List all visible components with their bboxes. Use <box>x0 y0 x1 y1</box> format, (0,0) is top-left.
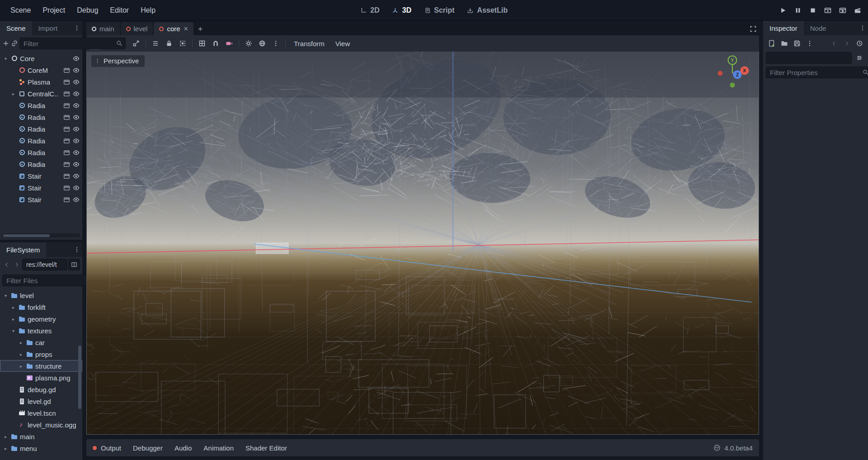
menu-debug[interactable]: Debug <box>71 0 104 21</box>
group-icon[interactable] <box>176 38 189 50</box>
visibility-eye-icon[interactable] <box>73 185 80 191</box>
scene-tree-row[interactable]: Radia <box>0 147 82 158</box>
scrollbar-thumb[interactable] <box>3 234 50 237</box>
visibility-eye-icon[interactable] <box>73 79 80 85</box>
file-tree-row[interactable]: level_music.ogg <box>0 419 82 431</box>
view-menu[interactable]: View <box>330 40 355 47</box>
visibility-eye-icon[interactable] <box>73 149 80 156</box>
load-resource-icon[interactable] <box>778 38 790 49</box>
scene-horizontal-scrollbar[interactable] <box>2 233 80 237</box>
file-tree-row[interactable]: textures <box>0 325 82 337</box>
switch-3d[interactable]: 3D <box>386 0 418 20</box>
dock-menu-icon[interactable] <box>857 23 868 33</box>
menu-project[interactable]: Project <box>37 0 71 21</box>
visibility-eye-icon[interactable] <box>73 55 80 62</box>
camera-preview-icon[interactable] <box>223 38 236 50</box>
save-resource-icon[interactable] <box>791 38 803 49</box>
menu-editor[interactable]: Editor <box>104 0 135 21</box>
visibility-eye-icon[interactable] <box>73 102 80 109</box>
resource-options-icon[interactable] <box>804 38 816 49</box>
open-scene-icon[interactable] <box>63 138 70 144</box>
open-scene-icon[interactable] <box>63 185 70 191</box>
perspective-menu[interactable]: Perspective <box>91 55 145 67</box>
3d-viewport-canvas[interactable] <box>87 52 759 434</box>
scene-tab-main[interactable]: main <box>86 22 120 35</box>
scene-tree-row[interactable]: Stair <box>0 170 82 182</box>
scene-tree-row[interactable]: Stair <box>0 194 82 205</box>
open-scene-icon[interactable] <box>63 196 70 203</box>
new-resource-icon[interactable] <box>766 38 778 49</box>
history-icon[interactable] <box>854 38 865 49</box>
path-field[interactable] <box>22 259 67 270</box>
visibility-eye-icon[interactable] <box>73 138 80 144</box>
scene-tab-level[interactable]: level <box>121 22 153 35</box>
visibility-eye-icon[interactable] <box>73 173 80 180</box>
dock-menu-icon[interactable] <box>71 244 82 255</box>
tab-inspector[interactable]: Inspector <box>763 21 804 35</box>
menu-scene[interactable]: Scene <box>5 0 37 21</box>
scene-filter-input[interactable] <box>19 38 126 49</box>
pause-button[interactable] <box>791 4 805 17</box>
scene-tree-row[interactable]: Plasma <box>0 76 82 88</box>
file-tree-row[interactable]: geometry <box>0 313 82 325</box>
expand-arrow[interactable] <box>3 293 9 298</box>
scene-tree-row[interactable]: Radia <box>0 135 82 147</box>
file-tree-row[interactable]: forklift <box>0 301 82 313</box>
bottom-tab-output[interactable]: Output <box>93 444 121 452</box>
instance-scene-button[interactable] <box>11 38 18 49</box>
nav-back-icon[interactable] <box>2 259 11 270</box>
expand-arrow[interactable] <box>10 91 16 96</box>
bottom-tab-shader-editor[interactable]: Shader Editor <box>245 444 287 452</box>
file-tree-row[interactable]: main <box>0 431 82 442</box>
switch-assetlib[interactable]: AssetLib <box>461 0 514 20</box>
3d-viewport[interactable]: Perspective X Z Y <box>86 52 759 435</box>
file-tree-row[interactable]: debug.gd <box>0 384 82 395</box>
expand-arrow[interactable] <box>3 56 9 61</box>
open-scene-icon[interactable] <box>63 161 70 168</box>
scene-tree-row[interactable]: Core <box>0 52 82 64</box>
stop-button[interactable] <box>806 4 820 17</box>
expand-arrow[interactable] <box>18 352 24 357</box>
nav-forward-icon[interactable] <box>12 259 21 270</box>
play-button[interactable] <box>776 4 790 17</box>
expand-arrow[interactable] <box>3 446 9 451</box>
environment-preview-icon[interactable] <box>256 38 269 50</box>
tab-filesystem[interactable]: FileSystem <box>0 242 46 257</box>
scene-tree-row[interactable]: CoreM <box>0 64 82 76</box>
tab-node[interactable]: Node <box>804 21 833 35</box>
open-scene-icon[interactable] <box>63 90 70 97</box>
dock-menu-icon[interactable] <box>71 23 82 33</box>
bottom-tab-animation[interactable]: Animation <box>203 444 234 452</box>
bottom-tab-debugger[interactable]: Debugger <box>133 444 163 452</box>
scene-tree-row[interactable]: CentralC... <box>0 88 82 100</box>
add-node-button[interactable] <box>2 38 9 49</box>
scene-tree-row[interactable]: Stair <box>0 182 82 194</box>
scene-tree-row[interactable]: Radia <box>0 123 82 135</box>
file-tree-row[interactable]: level <box>0 289 82 301</box>
split-mode-icon[interactable] <box>68 259 80 270</box>
visibility-eye-icon[interactable] <box>73 67 80 74</box>
play-custom-scene-button[interactable] <box>836 4 849 17</box>
open-scene-icon[interactable] <box>63 149 70 156</box>
expand-arrow[interactable] <box>10 317 16 322</box>
file-tree-row[interactable]: level.gd <box>0 395 82 407</box>
selection-list-icon[interactable] <box>149 38 162 50</box>
local-space-icon[interactable] <box>196 38 208 50</box>
file-tree-row[interactable]: plasma.png <box>0 372 82 384</box>
file-tree-row[interactable]: menu <box>0 442 82 454</box>
sun-environment-options-icon[interactable] <box>269 38 282 50</box>
switch-script[interactable]: Script <box>418 0 461 20</box>
visibility-eye-icon[interactable] <box>73 114 80 121</box>
file-tree-row[interactable]: level.tscn <box>0 407 82 419</box>
expand-arrow[interactable] <box>18 364 24 369</box>
scene-tree-row[interactable]: Radia <box>0 111 82 123</box>
movie-maker-button[interactable] <box>851 4 864 17</box>
open-scene-icon[interactable] <box>63 67 70 74</box>
expand-arrow[interactable] <box>18 340 24 345</box>
transform-menu[interactable]: Transform <box>289 40 330 47</box>
file-tree-row[interactable]: car <box>0 337 82 348</box>
expand-arrow[interactable] <box>3 434 9 439</box>
expand-arrow[interactable] <box>10 305 16 310</box>
object-options-icon[interactable] <box>854 52 865 64</box>
axis-gizmo[interactable]: X Z Y <box>711 53 754 97</box>
